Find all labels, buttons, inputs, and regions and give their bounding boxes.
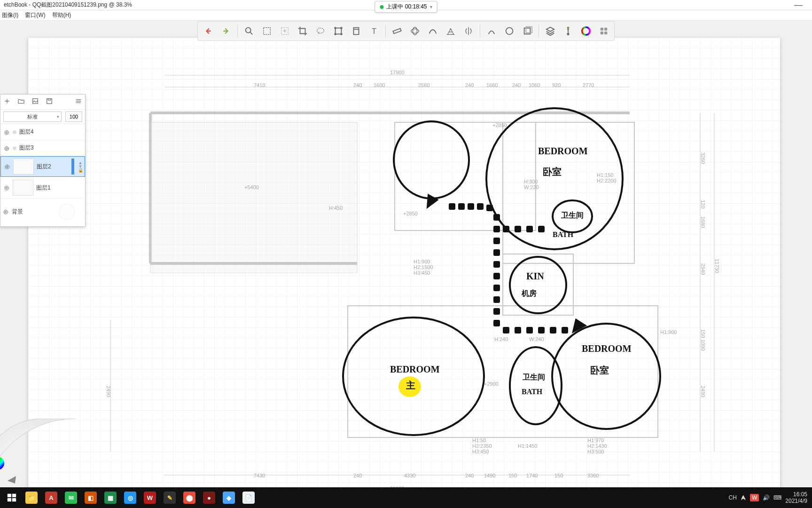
lasso-button[interactable] [313,24,328,39]
menu-image[interactable]: 图像(I) [2,11,18,19]
dim: 1660 [486,82,498,88]
taskbar-wps[interactable]: W [140,488,160,508]
visibility-icon[interactable]: ◎ [3,145,10,151]
window-title: etchBook - QQ截图20210409151239.png @ 38.3… [4,1,132,9]
poly-shape-button[interactable] [520,24,535,39]
select-rect-button[interactable] [259,24,274,39]
tray-sound-icon[interactable]: 🔊 [763,494,770,501]
circle-shape-button[interactable] [502,24,517,39]
layer-thumb [13,180,33,196]
taskbar-wechat[interactable]: ✉ [61,488,81,508]
line-shape-button[interactable] [484,24,499,39]
svg-point-8 [335,33,336,35]
dim: H1:150 H2:2200 [597,172,617,183]
main-toolbar: + T [197,21,615,41]
tray-clock[interactable]: 16:05 2021/4/9 [785,491,807,504]
symmetry-button[interactable] [461,24,476,39]
label-bath2b: BATH [522,388,542,396]
layer-item-2-selected[interactable]: ◎ 图层2 ▲▼🔒 [0,156,85,177]
layer-item-3[interactable]: ◎ 图层3 [0,140,85,156]
dim: 150 [554,473,563,478]
layer-name: 图层2 [37,163,51,170]
tray-arrow-icon[interactable]: ⮝ [741,494,746,501]
taskbar-record2[interactable]: ● [199,488,219,508]
crop-button[interactable] [295,24,310,39]
layers-toolbar [0,95,85,110]
tray-badge[interactable]: W [750,494,759,501]
dim: 2490 [106,386,111,397]
zoom-button[interactable] [242,24,257,39]
curve-guide-button[interactable] [425,24,440,39]
windows-taskbar: 📁 A ✉ ◧ ▦ ◎ W ✎ ⬤ ● ◆ 📄 CH ⮝ W 🔊 ⌨ 16:05… [0,487,812,508]
save-icon[interactable] [46,97,53,106]
taskbar-chat[interactable]: ◎ [120,488,140,508]
dim: 4330 [404,473,415,478]
visibility-icon[interactable]: ◎ [3,184,10,191]
menu-icon[interactable] [75,97,82,106]
opacity-input[interactable] [65,111,82,122]
fill-button[interactable] [349,24,364,39]
layers-panel[interactable]: 标准 ◎ 图层4 ◎ 图层3 ◎ 图层2 ▲▼🔒 ◎ 图层1 ◎ 背景 [0,94,86,227]
brush-button[interactable] [561,24,576,39]
bg-color-swatch[interactable] [59,204,75,220]
layer-background[interactable]: ◎ 背景 [0,199,85,226]
label-bedroom2: BEDROOM [390,364,440,375]
layer-arrows[interactable]: ▲▼🔒 [77,161,84,172]
label-bedroom2b: 主 [406,379,415,392]
canvas-area[interactable]: 17900 7410 240 1600 2560 240 1660 240 10… [0,21,812,487]
svg-point-9 [341,33,342,35]
taskbar-sketchup[interactable]: ◧ [81,488,101,508]
start-button[interactable] [2,488,22,508]
dim: 2770 [583,82,594,88]
dim: 920 [552,82,561,88]
perspective-button[interactable] [443,24,458,39]
tray-ime[interactable]: CH [729,494,737,501]
folder-icon[interactable] [17,97,25,106]
system-tray[interactable]: CH ⮝ W 🔊 ⌨ 16:05 2021/4/9 [729,491,810,504]
visibility-icon[interactable]: ◎ [3,208,8,215]
color-wheel-button[interactable] [578,24,593,39]
cursor-icon[interactable] [8,476,16,484]
taskbar-autocad[interactable]: A [41,488,61,508]
ellipse-guide-button[interactable] [407,24,422,39]
dim: 3260 [700,152,706,164]
dim: 150 [508,473,517,478]
visibility-icon[interactable]: ◎ [3,129,10,135]
select-add-button[interactable]: + [277,24,292,39]
redo-button[interactable] [219,24,234,39]
label-bath1b: BATH [553,230,573,239]
taskbar-record[interactable]: ⬤ [180,488,199,508]
svg-text:+: + [283,29,286,33]
dim: 1680 [700,216,706,228]
svg-point-12 [411,29,419,33]
dim: +5400 [244,184,259,190]
blend-mode-select[interactable]: 标准 [3,111,62,122]
image-icon[interactable] [31,97,39,106]
menu-window[interactable]: 窗口(W) [25,11,45,19]
layers-button[interactable] [543,24,558,39]
tray-ime-icon[interactable]: ⌨ [773,494,781,501]
taskbar-excel[interactable]: ▦ [101,488,120,508]
text-button[interactable]: T [367,24,382,39]
minimize-button[interactable]: — [794,0,803,10]
dim: 3360 [587,473,599,478]
dim: 240 [353,473,362,478]
recording-indicator[interactable]: 上课中 00:18:45 ▾ [375,1,437,13]
taskbar-notes[interactable]: 📄 [239,488,258,508]
taskbar-file-explorer[interactable]: 📁 [22,488,41,508]
transform-button[interactable] [331,24,346,39]
visibility-icon[interactable]: ◎ [4,163,10,170]
menu-help[interactable]: 帮助(H) [52,11,71,19]
layer-item-4[interactable]: ◎ 图层4 [0,124,85,140]
taskbar-sketchbook[interactable]: ✎ [160,488,180,508]
taskbar-app-blue[interactable]: ◆ [219,488,239,508]
dim: 7430 [254,473,265,478]
dim: 240 [353,82,362,88]
grid-view-button[interactable] [596,24,611,39]
undo-button[interactable] [201,24,216,39]
layer-item-1[interactable]: ◎ 图层1 [0,177,85,199]
ruler-button[interactable] [390,24,405,39]
color-wheel-icon[interactable] [0,457,4,470]
layer-name: 图层3 [19,144,34,152]
add-layer-icon[interactable] [3,97,11,106]
